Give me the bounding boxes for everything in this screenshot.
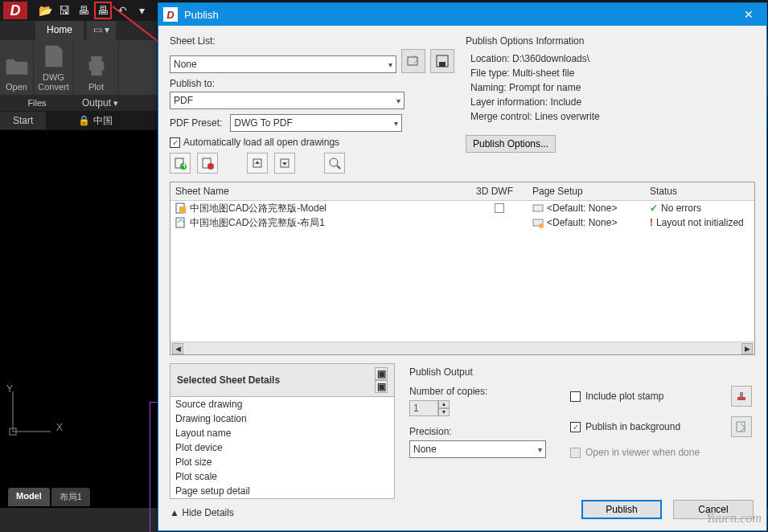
scroll-left-icon[interactable]: ◀: [172, 343, 183, 354]
info-merge: Merge control: Lines overwrite: [470, 111, 755, 122]
close-button[interactable]: ✕: [731, 3, 766, 26]
qat-dropdown-icon[interactable]: ▾: [133, 2, 150, 19]
move-down-button[interactable]: [274, 153, 295, 174]
publish-to-select[interactable]: PDF: [170, 92, 405, 109]
col-pagesetup[interactable]: Page Setup: [528, 182, 645, 200]
check-icon: ✓: [650, 203, 658, 214]
info-header: Publish Options Information: [466, 35, 755, 47]
open-button[interactable]: Open: [0, 40, 34, 95]
bg-settings-button[interactable]: [731, 416, 752, 437]
publish-dialog: D Publish ✕ Sheet List: None Publish to:…: [158, 2, 767, 531]
load-list-button[interactable]: [401, 49, 425, 73]
open-viewer-checkbox: ✓: [570, 448, 581, 458]
detail-pagesetup: Page setup detail: [170, 484, 394, 498]
output-title: Publish Output: [409, 366, 752, 378]
model-tab[interactable]: Model: [8, 488, 50, 506]
error-icon: !: [650, 217, 653, 228]
checkbox-icon: ✓: [170, 137, 180, 148]
details-title: Selected Sheet Details: [177, 374, 280, 386]
print-icon[interactable]: 🖶: [75, 2, 92, 19]
layout-tabs: Model 布局1: [8, 488, 90, 506]
open-label: Open: [6, 82, 27, 92]
publish-to-label: Publish to:: [170, 78, 454, 89]
detail-layout: Layout name: [170, 426, 394, 440]
publish-bg-label: Publish in background: [585, 421, 680, 432]
svg-rect-18: [179, 207, 186, 213]
stamp-settings-button[interactable]: [731, 386, 752, 407]
info-location: Location: D:\360downloads\: [470, 53, 755, 64]
drawing-object: [150, 402, 158, 532]
details-expand-icon[interactable]: ▣: [375, 380, 388, 393]
col-3ddwf[interactable]: 3D DWF: [471, 182, 528, 200]
view-mode-toggle[interactable]: ▭ ▾: [87, 21, 116, 40]
svg-rect-19: [533, 205, 543, 211]
dwg-icon: [175, 217, 187, 228]
tab-home[interactable]: Home: [35, 21, 84, 40]
dialog-titlebar[interactable]: D Publish ✕: [158, 3, 766, 26]
document-tab[interactable]: 🔒中国: [70, 111, 121, 131]
svg-point-15: [330, 158, 338, 166]
publish-button[interactable]: Publish: [581, 500, 662, 519]
svg-rect-24: [740, 392, 743, 397]
svg-line-16: [337, 166, 340, 169]
remove-sheets-button[interactable]: [197, 153, 218, 174]
plot-label: Plot: [88, 82, 104, 92]
layout1-tab[interactable]: 布局1: [51, 488, 90, 506]
sheet-table[interactable]: Sheet Name 3D DWF Page Setup Status 中国地图…: [170, 182, 755, 355]
svg-point-22: [539, 223, 544, 228]
include-stamp-label: Include plot stamp: [585, 391, 663, 402]
open-icon[interactable]: 📂: [36, 2, 54, 19]
include-stamp-checkbox[interactable]: ✓: [570, 391, 581, 402]
publish-icon[interactable]: 🖶: [94, 2, 112, 19]
info-filetype: File type: Multi-sheet file: [470, 68, 755, 79]
table-row[interactable]: 中国地图CAD公路完整版-布局1 <Default: None> !Layout…: [170, 215, 754, 230]
info-layer: Layer information: Include: [470, 96, 755, 108]
spin-up-icon[interactable]: ▲: [438, 400, 450, 408]
panel-output-label: Output ▾: [74, 95, 124, 111]
svg-rect-7: [439, 62, 446, 67]
dwg-convert-button[interactable]: DWGConvert: [34, 40, 74, 95]
ucs-icon: Y X: [6, 383, 63, 440]
publish-options-button[interactable]: Publish Options...: [466, 135, 556, 153]
undo-icon[interactable]: ↶: [113, 2, 131, 19]
add-sheets-button[interactable]: +: [170, 153, 191, 174]
sheet-list-select[interactable]: None: [170, 55, 396, 73]
save-icon[interactable]: 🖫: [55, 2, 73, 19]
pagesetup-warn-icon: [532, 217, 544, 228]
table-row[interactable]: 中国地图CAD公路完整版-Model <Default: None> ✓No e…: [170, 201, 754, 215]
app-logo[interactable]: D: [3, 2, 27, 19]
start-tab[interactable]: Start: [0, 112, 46, 129]
dialog-title: Publish: [184, 9, 731, 21]
detail-location: Drawing location: [170, 411, 394, 426]
auto-load-label: Automatically load all open drawings: [183, 137, 339, 148]
col-sheetname[interactable]: Sheet Name: [170, 182, 471, 200]
precision-label: Precision:: [409, 426, 570, 437]
num-copies-input[interactable]: [409, 400, 438, 416]
precision-select[interactable]: None: [409, 440, 546, 458]
svg-rect-23: [737, 397, 745, 400]
sheet-list-label: Sheet List:: [170, 35, 454, 47]
pagesetup-icon: [532, 203, 544, 214]
dwg-convert-label: DWGConvert: [38, 72, 69, 92]
move-up-button[interactable]: [247, 153, 268, 174]
save-list-button[interactable]: [430, 49, 454, 73]
publish-bg-checkbox[interactable]: ✓: [570, 422, 581, 432]
3ddwf-checkbox[interactable]: [495, 203, 504, 213]
scroll-right-icon[interactable]: ▶: [741, 343, 753, 354]
preview-button[interactable]: [324, 153, 345, 174]
spin-down-icon[interactable]: ▼: [438, 408, 450, 416]
details-collapse-icon[interactable]: ▣: [375, 367, 388, 380]
auto-load-checkbox[interactable]: ✓ Automatically load all open drawings: [170, 137, 454, 148]
open-viewer-label: Open in viewer when done: [585, 447, 700, 458]
pdf-preset-label: PDF Preset:: [170, 117, 222, 129]
dialog-app-icon: D: [163, 7, 178, 22]
plot-button[interactable]: Plot: [74, 40, 119, 95]
lock-icon: 🔒: [78, 115, 90, 126]
num-copies-label: Number of copies:: [409, 386, 570, 397]
table-scrollbar[interactable]: ◀ ▶: [170, 342, 754, 354]
col-status[interactable]: Status: [645, 182, 754, 200]
dwg-icon: [175, 203, 187, 214]
pdf-preset-select[interactable]: DWG To PDF: [230, 114, 402, 132]
svg-point-12: [207, 163, 214, 170]
detail-size: Plot size: [170, 455, 394, 469]
